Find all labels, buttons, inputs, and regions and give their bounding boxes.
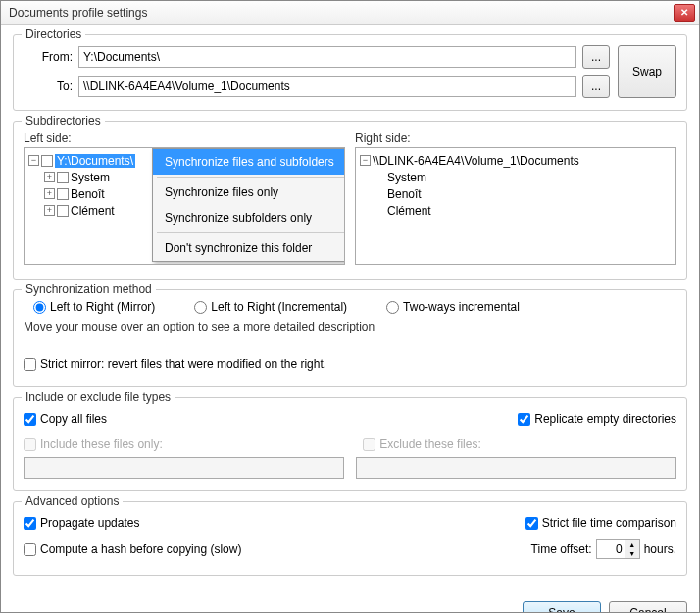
tree-checkbox[interactable]	[57, 188, 69, 200]
radio-mirror-input[interactable]	[33, 301, 46, 314]
filetypes-group: Include or exclude file types Copy all f…	[13, 397, 687, 491]
radio-twoway[interactable]: Two-ways incremental	[386, 300, 520, 314]
close-button[interactable]: ✕	[674, 4, 695, 22]
hash-label: Compute a hash before copying (slow)	[40, 542, 241, 556]
sync-method-group: Synchronization method Left to Right (Mi…	[13, 289, 687, 387]
hash-checkbox[interactable]	[24, 543, 36, 556]
expand-icon[interactable]: +	[44, 188, 55, 199]
exclude-files-input	[356, 457, 676, 479]
advanced-group: Advanced options Propagate updates Stric…	[13, 501, 687, 576]
to-browse-button[interactable]: ...	[582, 75, 610, 98]
menu-separator	[157, 232, 345, 233]
menu-separator	[157, 177, 345, 178]
propagate-label: Propagate updates	[40, 516, 139, 530]
tree-node[interactable]: Clément	[71, 204, 115, 218]
right-side-label: Right side:	[355, 131, 676, 145]
radio-mirror[interactable]: Left to Right (Mirror)	[33, 300, 155, 314]
offset-unit: hours.	[644, 542, 676, 556]
tree-node[interactable]: Benoît	[71, 187, 105, 201]
window-title: Documents profile settings	[9, 6, 674, 20]
propagate-checkbox[interactable]	[24, 517, 36, 530]
exclude-checkbox	[363, 438, 375, 451]
right-root-node[interactable]: \\DLINK-6A4EA4\Volume_1\Documents	[373, 154, 579, 168]
context-menu: Synchronize files and subfolders Synchro…	[152, 148, 345, 262]
left-side-label: Left side:	[24, 131, 345, 145]
radio-twoway-input[interactable]	[386, 301, 399, 314]
radio-incremental[interactable]: Left to Right (Incremental)	[194, 300, 347, 314]
expand-icon[interactable]: +	[44, 172, 55, 182]
strict-mirror-label: Strict mirror: revert files that were mo…	[40, 357, 326, 371]
collapse-icon[interactable]: −	[360, 155, 371, 166]
offset-input[interactable]	[597, 540, 625, 558]
advanced-legend: Advanced options	[22, 494, 123, 508]
copy-all-checkbox[interactable]	[24, 413, 36, 426]
replicate-empty-label: Replicate empty directories	[534, 412, 676, 426]
left-tree[interactable]: −Y:\Documents\ +System +Benoît +Clément …	[24, 147, 345, 265]
filetypes-legend: Include or exclude file types	[22, 390, 175, 404]
menu-sync-files-only[interactable]: Synchronize files only	[153, 179, 345, 205]
from-browse-button[interactable]: ...	[582, 45, 610, 69]
expand-icon[interactable]: +	[44, 205, 55, 216]
tree-checkbox[interactable]	[41, 155, 53, 167]
copy-all-label: Copy all files	[40, 412, 107, 426]
spinner-up-icon[interactable]: ▲	[625, 540, 639, 549]
menu-sync-files-subfolders[interactable]: Synchronize files and subfolders	[153, 149, 345, 175]
tree-checkbox[interactable]	[57, 205, 69, 217]
directories-group: Directories From: ... To: ... Swap	[13, 34, 687, 111]
tree-node[interactable]: Clément	[387, 204, 431, 218]
radio-incremental-input[interactable]	[194, 301, 207, 314]
directories-legend: Directories	[22, 27, 85, 41]
collapse-icon[interactable]: −	[28, 155, 39, 166]
tree-checkbox[interactable]	[57, 172, 69, 183]
strict-time-label: Strict file time comparison	[542, 516, 676, 530]
tree-node[interactable]: System	[387, 171, 426, 184]
strict-time-checkbox[interactable]	[525, 517, 538, 530]
spinner-down-icon[interactable]: ▼	[625, 549, 639, 558]
sync-hint: Move your mouse over an option to see a …	[24, 320, 676, 333]
menu-dont-sync[interactable]: Don't synchronize this folder	[153, 235, 345, 261]
cancel-button[interactable]: Cancel	[609, 601, 687, 613]
tree-node[interactable]: System	[71, 171, 110, 184]
subdirectories-legend: Subdirectories	[22, 114, 105, 128]
subdirectories-group: Subdirectories Left side: −Y:\Documents\…	[13, 121, 687, 280]
menu-sync-subfolders-only[interactable]: Synchronize subfolders only	[153, 205, 345, 230]
tree-node[interactable]: Benoît	[387, 187, 422, 201]
exclude-label: Exclude these files:	[379, 437, 480, 451]
include-only-checkbox	[24, 438, 36, 451]
offset-label: Time offset:	[531, 542, 592, 556]
include-files-input	[24, 457, 344, 479]
include-only-label: Include these files only:	[40, 437, 163, 451]
sync-method-legend: Synchronization method	[22, 282, 156, 296]
right-tree[interactable]: −\\DLINK-6A4EA4\Volume_1\Documents Syste…	[355, 147, 676, 265]
replicate-empty-checkbox[interactable]	[518, 413, 530, 426]
title-bar: Documents profile settings ✕	[1, 1, 699, 25]
swap-button[interactable]: Swap	[618, 45, 676, 98]
from-input[interactable]	[78, 46, 576, 68]
save-button[interactable]: Save	[523, 601, 601, 613]
to-input[interactable]	[78, 76, 576, 97]
to-label: To:	[24, 79, 73, 93]
left-root-node[interactable]: Y:\Documents\	[55, 154, 135, 168]
from-label: From:	[24, 50, 73, 64]
offset-spinner[interactable]: ▲▼	[596, 539, 640, 559]
strict-mirror-checkbox[interactable]	[24, 358, 36, 371]
